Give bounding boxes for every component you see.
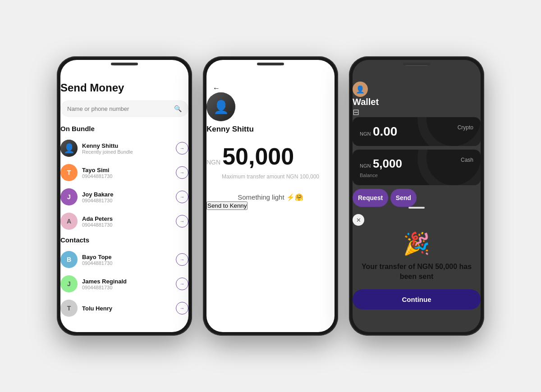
request-button[interactable]: Request (353, 189, 388, 207)
contact-info-james: James Reginald 09044881730 (82, 278, 176, 290)
crypto-amount-block: NGN 0.00 (360, 124, 397, 139)
recipient-name: Kenny Shittu (206, 125, 335, 134)
wallet-header: 👤 Wallet ⊟ (353, 82, 481, 117)
max-transfer-text: Maximum transfer amount NGN 100,000 (206, 173, 335, 180)
phone2-back-nav: ← (206, 82, 335, 92)
status-bar-2 (206, 69, 335, 82)
contact-item-kenny[interactable]: Kenny Shittu Recently joined Bundle → (60, 136, 188, 160)
contact-info-joy: Joy Bakare 09044881730 (82, 191, 176, 203)
arrow-btn-bayo[interactable]: → (176, 253, 188, 266)
contact-name-joy: Joy Bakare (82, 191, 176, 198)
search-input[interactable] (67, 105, 174, 112)
contact-item-ada[interactable]: A Ada Peters 09044881730 → (60, 209, 188, 233)
confetti-icon: 🎉 (353, 231, 481, 256)
send-money-title: Send Money (60, 82, 188, 94)
send-to-kenny-button[interactable]: Send to Kenny (206, 201, 248, 210)
contact-item-bayo[interactable]: B Bayo Tope 09044881730 → (60, 247, 188, 272)
contact-sub-ada: 09044881730 (82, 222, 176, 228)
search-icon: 🔍 (174, 105, 182, 112)
contact-info-ada: Ada Peters 09044881730 (82, 215, 176, 228)
contact-name-kenny: Kenny Shittu (82, 142, 176, 149)
recipient-face: 👤 (206, 92, 235, 121)
cash-card-top: NGN 5,000 Cash (360, 157, 473, 171)
avatar-tolu: T (60, 300, 78, 317)
cash-type: Cash (461, 157, 473, 163)
avatar-joy: J (60, 188, 78, 205)
avatar-tayo: T (60, 164, 78, 181)
arrow-btn-tolu[interactable]: → (176, 302, 188, 315)
search-bar[interactable]: 🔍 (60, 100, 188, 117)
avatar-bayo: B (60, 251, 78, 268)
contact-sub-kenny: Recently joined Bundle (82, 149, 176, 155)
success-message: Your transfer of NGN 50,000 has been sen… (353, 262, 481, 282)
modal-handle (408, 207, 425, 209)
arrow-btn-kenny[interactable]: → (176, 142, 188, 155)
arrow-btn-ada[interactable]: → (176, 215, 188, 228)
arrow-btn-james[interactable]: → (176, 278, 188, 290)
phone1: Send Money 🔍 On Bundle Kenny Shittu Rece… (57, 56, 192, 336)
screen-content-1: Send Money 🔍 On Bundle Kenny Shittu Rece… (60, 82, 188, 320)
amount-value: 50,000 (222, 143, 294, 170)
contact-item-tayo[interactable]: T Tayo Simi 09044881730 → (60, 160, 188, 185)
contact-name-tolu: Tolu Henry (82, 305, 176, 312)
contact-sub-james: 09044881730 (82, 285, 176, 290)
close-modal-button[interactable]: ✕ (353, 214, 364, 226)
avatar-face-kenny (60, 140, 78, 157)
contact-name-ada: Ada Peters (82, 215, 176, 222)
phone3: 👤 Wallet ⊟ NGN 0.00 Crypto (349, 56, 484, 336)
cards-section: NGN 0.00 Crypto NGN 5,000 Cash Ba (353, 117, 481, 185)
contact-info-kenny: Kenny Shittu Recently joined Bundle (82, 142, 176, 155)
contact-sub-joy: 09044881730 (82, 198, 176, 203)
wallet-title: Wallet (353, 97, 481, 107)
recipient-section: 👤 Kenny Shittu NGN 50,000 Maximum transf… (206, 92, 335, 201)
send-button-wallet[interactable]: Send (390, 189, 417, 207)
contact-item-joy[interactable]: J Joy Bakare 09044881730 → (60, 185, 188, 209)
contact-info-bayo: Bayo Tope 09044881730 (82, 254, 176, 266)
balance-label: Balance (360, 173, 473, 178)
avatar-kenny (60, 140, 78, 157)
contact-info-tayo: Tayo Simi 09044881730 (82, 167, 176, 179)
amount-row: NGN 50,000 (206, 143, 335, 170)
note-text: Something light ⚡🤗 (206, 193, 335, 201)
logout-icon[interactable]: ⊟ (353, 107, 481, 117)
crypto-type: Crypto (458, 124, 473, 131)
wallet-avatar: 👤 (353, 82, 368, 97)
avatar-james: J (60, 275, 78, 292)
status-bar-3 (353, 69, 481, 82)
contact-info-tolu: Tolu Henry (82, 305, 176, 312)
avatar-ada: A (60, 213, 78, 230)
crypto-currency: NGN (360, 131, 371, 137)
back-button[interactable]: ← (213, 84, 335, 92)
contact-sub-bayo: 09044881730 (82, 260, 176, 266)
crypto-card-top: NGN 0.00 Crypto (360, 124, 473, 139)
on-bundle-label: On Bundle (60, 125, 188, 132)
cash-currency: NGN (360, 163, 371, 169)
crypto-amount: 0.00 (373, 124, 398, 138)
contact-sub-tayo: 09044881730 (82, 173, 176, 179)
cash-card: NGN 5,000 Cash Balance (353, 150, 481, 185)
action-buttons: Request Send (353, 189, 481, 207)
arrow-btn-tayo[interactable]: → (176, 166, 188, 179)
status-bar-1 (60, 69, 188, 82)
contact-name-james: James Reginald (82, 278, 176, 285)
arrow-btn-joy[interactable]: → (176, 191, 188, 203)
phone2: ← 👤 Kenny Shittu NGN 50,000 Maximum tran… (203, 56, 338, 336)
contact-name-tayo: Tayo Simi (82, 167, 176, 173)
cash-amount: 5,000 (373, 157, 402, 170)
crypto-card: NGN 0.00 Crypto (353, 117, 481, 146)
success-modal: ✕ 🎉 Your transfer of NGN 50,000 has been… (353, 207, 481, 310)
contact-name-bayo: Bayo Tope (82, 254, 176, 260)
currency-label: NGN (206, 159, 220, 166)
contact-item-tolu[interactable]: T Tolu Henry → (60, 296, 188, 320)
continue-button[interactable]: Continue (353, 289, 481, 310)
recipient-avatar: 👤 (206, 92, 235, 121)
contacts-label: Contacts (60, 236, 188, 244)
contact-item-james[interactable]: J James Reginald 09044881730 → (60, 272, 188, 296)
cash-amount-block: NGN 5,000 (360, 157, 402, 171)
